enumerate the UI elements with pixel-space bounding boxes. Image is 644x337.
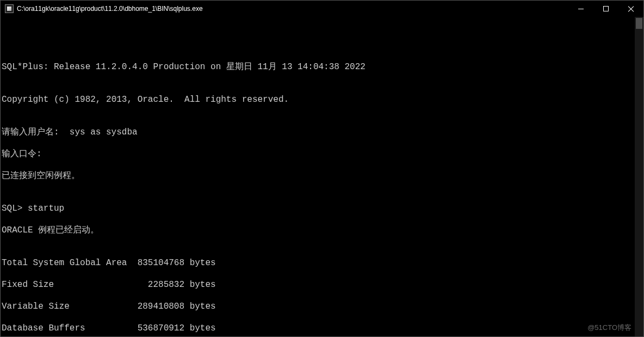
titlebar-left: C:\ora11gk\oracle11g\product\11.2.0\dbho… — [1, 4, 203, 13]
terminal-line: ORACLE 例程已经启动。 — [2, 225, 643, 236]
terminal-line: Database Buffers 536870912 bytes — [2, 323, 643, 334]
close-icon — [628, 5, 634, 12]
terminal-line: Copyright (c) 1982, 2013, Oracle. All ri… — [2, 94, 643, 105]
minimize-icon — [578, 9, 584, 9]
maximize-button[interactable] — [593, 1, 618, 17]
terminal-line: 已连接到空闲例程。 — [2, 170, 643, 181]
scrollbar-track[interactable] — [635, 17, 643, 336]
window-titlebar: C:\ora11gk\oracle11g\product\11.2.0\dbho… — [1, 1, 643, 17]
minimize-button[interactable] — [568, 1, 593, 17]
close-button[interactable] — [618, 1, 643, 17]
app-icon — [5, 4, 14, 13]
titlebar-buttons — [568, 1, 643, 17]
scrollbar-thumb[interactable] — [636, 18, 642, 29]
watermark: @51CTO博客 — [587, 323, 631, 332]
terminal-body[interactable]: SQL*Plus: Release 11.2.0.4.0 Production … — [1, 17, 643, 336]
window-title: C:\ora11gk\oracle11g\product\11.2.0\dbho… — [17, 5, 203, 13]
terminal-content: SQL*Plus: Release 11.2.0.4.0 Production … — [1, 40, 643, 336]
terminal-line: Total System Global Area 835104768 bytes — [2, 258, 643, 268]
terminal-line: 请输入用户名: sys as sysdba — [2, 127, 643, 138]
terminal-line: 输入口令: — [2, 149, 643, 160]
maximize-icon — [603, 6, 609, 11]
terminal-line: Variable Size 289410808 bytes — [2, 301, 643, 312]
terminal-line: SQL*Plus: Release 11.2.0.4.0 Production … — [2, 62, 643, 72]
terminal-line: SQL> startup — [2, 203, 643, 214]
terminal-line: Fixed Size 2285832 bytes — [2, 279, 643, 290]
